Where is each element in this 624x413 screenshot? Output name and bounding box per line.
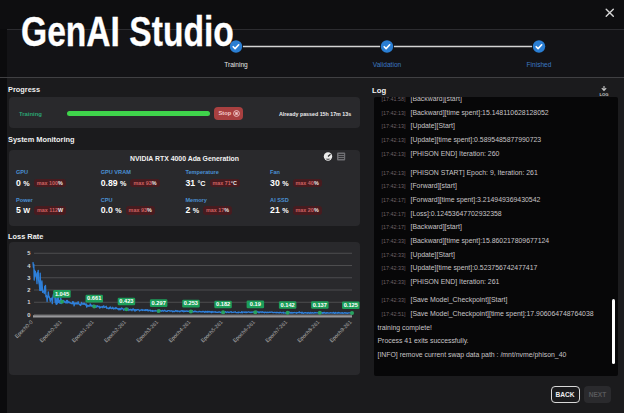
svg-text:Epoch0-261: Epoch0-261 bbox=[38, 319, 62, 343]
svg-text:Epoch9-261: Epoch9-261 bbox=[328, 319, 352, 343]
svg-text:2: 2 bbox=[27, 287, 30, 293]
svg-text:0.137: 0.137 bbox=[313, 302, 327, 308]
svg-text:1: 1 bbox=[27, 299, 31, 305]
svg-text:0.423: 0.423 bbox=[119, 298, 133, 304]
svg-text:LOG: LOG bbox=[599, 92, 608, 97]
svg-text:5: 5 bbox=[27, 250, 31, 256]
svg-text:Epoch5-261: Epoch5-261 bbox=[199, 319, 223, 343]
svg-text:0.125: 0.125 bbox=[344, 302, 358, 308]
svg-text:Epoch0-0: Epoch0-0 bbox=[13, 319, 33, 339]
svg-text:1.045: 1.045 bbox=[55, 291, 69, 297]
svg-text:Epoch4-261: Epoch4-261 bbox=[167, 319, 191, 343]
svg-text:0.661: 0.661 bbox=[87, 295, 101, 301]
svg-text:Epoch8-261: Epoch8-261 bbox=[296, 319, 320, 343]
svg-text:0.253: 0.253 bbox=[184, 300, 198, 306]
svg-text:Epoch1-261: Epoch1-261 bbox=[70, 319, 94, 343]
svg-text:Epoch3-261: Epoch3-261 bbox=[135, 319, 159, 343]
svg-text:0.142: 0.142 bbox=[280, 302, 294, 308]
svg-text:Epoch7-261: Epoch7-261 bbox=[264, 319, 288, 343]
svg-text:0.19: 0.19 bbox=[250, 301, 261, 307]
svg-text:0: 0 bbox=[27, 312, 30, 318]
svg-text:Epoch6-261: Epoch6-261 bbox=[232, 319, 256, 343]
svg-text:4: 4 bbox=[27, 263, 31, 269]
svg-text:0.297: 0.297 bbox=[152, 300, 166, 306]
svg-text:3: 3 bbox=[27, 275, 31, 281]
svg-text:0.182: 0.182 bbox=[216, 301, 230, 307]
svg-text:Epoch2-261: Epoch2-261 bbox=[103, 319, 127, 343]
